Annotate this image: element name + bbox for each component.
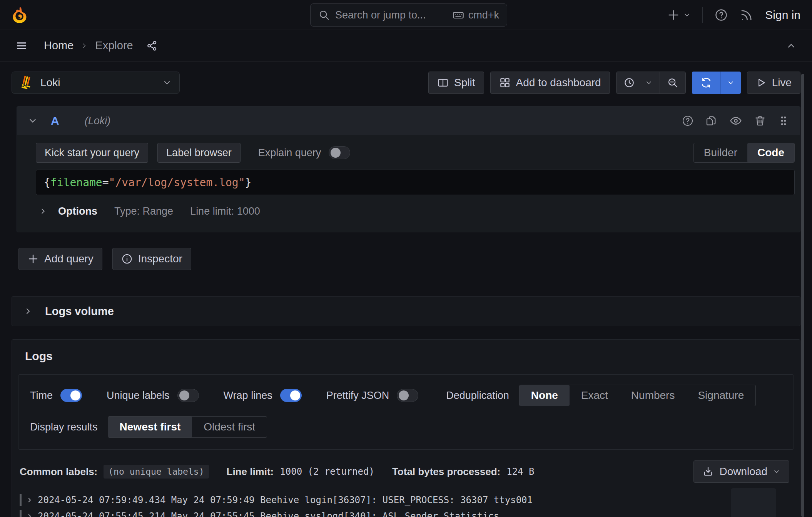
order-oldest-first[interactable]: Oldest first [192,417,267,437]
menu-hamburger-icon[interactable] [15,40,28,52]
label-browser-button[interactable]: Label browser [157,143,241,163]
info-circle-icon [121,253,133,265]
clock-icon [623,77,635,88]
query-label-name: filename [50,176,102,189]
breadcrumb-bar: Home Explore [0,30,812,62]
run-query-controls [692,72,741,94]
help-icon[interactable] [714,8,728,22]
query-label-value: "/var/log/system.log" [109,176,245,189]
order-newest-first[interactable]: Newest first [108,417,192,437]
query-options-collapse[interactable]: Options Type: Range Line limit: 1000 [36,200,795,223]
datasource-picker[interactable]: Loki [12,72,180,94]
wrap-lines-toggle[interactable] [280,389,302,402]
collapse-query-chevron-icon[interactable] [28,116,38,126]
zoom-out-time-button[interactable] [660,72,685,93]
query-datasource-hint: (Loki) [85,115,111,127]
query-close-brace: } [245,176,252,189]
download-button[interactable]: Download [693,460,789,483]
add-query-label: Add query [44,253,94,265]
expand-log-chevron-icon[interactable] [26,497,33,504]
chevron-down-icon [162,78,172,87]
search-input[interactable]: Search or jump to... cmd+k [310,3,507,27]
zoom-out-icon [667,77,678,88]
time-toggle[interactable] [60,389,82,402]
chevron-down-icon [645,79,653,87]
prettify-json-toggle[interactable] [397,389,418,402]
start-of-range-marker[interactable]: Start of range [731,488,776,517]
topnav-divider [702,7,703,23]
delete-query-trash-icon[interactable] [754,115,766,127]
new-menu-button[interactable] [667,8,691,22]
explain-query-label: Explain query [258,147,321,159]
log-level-indicator [20,494,22,506]
logs-panel: Logs Time Unique labels Wrap lines Prett… [12,339,800,517]
breadcrumb-home[interactable]: Home [44,39,74,52]
dedup-none[interactable]: None [520,385,570,406]
news-rss-icon[interactable] [740,8,754,22]
options-line-limit-summary: Line limit: 1000 [190,205,260,217]
explore-content: Loki Split [0,62,812,517]
line-limit-label: Line limit: [227,466,274,478]
loki-logo-icon [20,75,34,90]
page-scrollbar[interactable] [801,74,804,517]
chevron-down-icon [727,79,735,87]
log-row[interactable]: 2024-05-24 07:59:49.434 May 24 07:59:49 … [20,492,794,508]
apps-grid-icon [499,77,511,88]
query-help-icon[interactable] [682,115,694,127]
options-chevron-right-icon [39,207,47,215]
query-ref-id[interactable]: A [51,114,59,127]
split-button[interactable]: Split [428,72,484,94]
log-timestamp: 2024-05-24 07:59:49.434 [38,495,165,505]
query-actions: Add query Inspector [18,248,800,271]
query-equals: = [102,176,109,189]
kick-start-query-button[interactable]: Kick start your query [36,143,148,163]
chevron-down-icon [773,468,780,475]
options-type-summary: Type: Range [114,205,173,217]
dedup-signature[interactable]: Signature [686,385,755,406]
inspector-button[interactable]: Inspector [112,248,191,270]
breadcrumb-explore[interactable]: Explore [95,39,133,52]
dedup-numbers[interactable]: Numbers [620,385,687,406]
search-icon [318,9,330,21]
add-to-dashboard-label: Add to dashboard [516,77,601,89]
drag-handle-grip-icon[interactable] [778,115,789,127]
play-icon [756,77,767,88]
common-labels-value: (no unique labels) [104,465,209,479]
dedup-exact[interactable]: Exact [570,385,620,406]
logs-volume-title: Logs volume [45,305,114,318]
query-row-panel: A (Loki) [17,106,800,232]
split-icon [437,77,449,88]
query-row-header[interactable]: A (Loki) [17,107,800,135]
add-to-dashboard-button[interactable]: Add to dashboard [490,72,610,94]
refresh-sync-icon [700,77,712,88]
share-icon[interactable] [146,40,158,52]
add-query-button[interactable]: Add query [18,248,102,270]
explore-toolbar: Loki Split [12,72,800,94]
deduplication-label: Deduplication [446,390,509,402]
duplicate-query-icon[interactable] [705,115,718,127]
sign-in-button[interactable]: Sign in [765,8,800,22]
inspector-label: Inspector [138,253,182,265]
collapse-panel-chevron-up-icon[interactable] [786,40,797,51]
logs-volume-panel[interactable]: Logs volume [12,296,800,326]
run-query-button[interactable] [692,72,720,94]
editor-mode-code[interactable]: Code [747,143,794,162]
log-row[interactable]: 2024-05-24 07:55:45.214 May 24 07:55:45 … [20,508,794,517]
download-icon [702,466,714,477]
log-level-indicator [20,510,22,517]
live-label: Live [772,77,792,89]
expand-log-chevron-icon[interactable] [26,513,33,517]
toggle-visibility-eye-icon[interactable] [729,114,742,127]
datasource-name: Loki [40,77,156,89]
run-query-interval-dropdown[interactable] [720,72,741,94]
chevron-down-icon [683,11,691,19]
explain-query-toggle[interactable] [329,146,350,159]
deduplication-group: None Exact Numbers Signature [519,385,756,406]
query-code-input[interactable]: {filename="/var/log/system.log"} [36,170,795,195]
grafana-logo[interactable] [12,6,28,24]
plus-icon [667,8,680,22]
unique-labels-toggle[interactable] [177,389,199,402]
time-picker-button[interactable] [617,72,660,93]
live-button[interactable]: Live [747,72,800,94]
editor-mode-builder[interactable]: Builder [694,143,747,162]
